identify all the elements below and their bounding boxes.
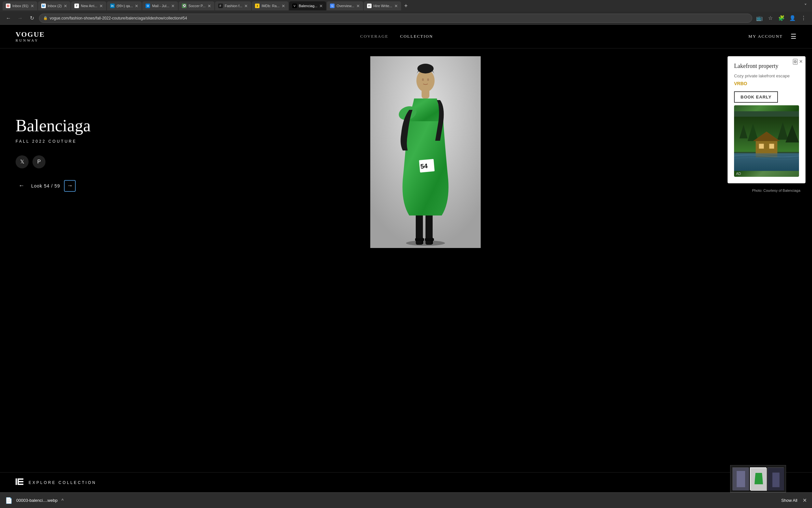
look-nav: ← Look 54 / 59 → — [15, 180, 76, 192]
thumbnail-2[interactable] — [750, 467, 766, 490]
tab-gmail2[interactable]: M Inbox (2) ✕ — [38, 1, 70, 10]
svg-rect-38 — [772, 473, 779, 487]
right-arrow-icon: → — [67, 182, 73, 189]
tab-close-li[interactable]: ✕ — [135, 4, 138, 8]
bookmark-button[interactable]: ☆ — [766, 14, 775, 23]
look-prev-button[interactable]: ← — [15, 180, 27, 192]
tab-close-overview[interactable]: ✕ — [356, 4, 360, 8]
tab-close-fashion[interactable]: ✕ — [244, 4, 248, 8]
hamburger-menu-icon[interactable]: ☰ — [791, 33, 797, 40]
tab-t[interactable]: T New Arri... ✕ — [71, 1, 106, 10]
fashion-image-container[interactable]: 54 — [370, 56, 481, 248]
svg-point-16 — [427, 78, 429, 81]
left-panel: Balenciaga FALL 2022 COUTURE 𝕏 P ← Look … — [0, 56, 130, 251]
thumbnail-3[interactable] — [767, 467, 784, 490]
url-text: vogue.com/fashion-shows/fall-2022-coutur… — [50, 16, 748, 20]
svg-rect-31 — [19, 478, 23, 480]
ad-image-svg — [734, 105, 799, 177]
screen-cast-button[interactable]: 📺 — [755, 14, 764, 23]
tab-hire[interactable]: H Hire Write... ✕ — [364, 1, 401, 10]
pinterest-icon: P — [37, 159, 41, 165]
back-button[interactable]: ← — [4, 14, 13, 23]
tab-favicon-li: in — [110, 4, 115, 8]
svg-rect-28 — [756, 149, 777, 157]
left-arrow-icon: ← — [18, 182, 25, 189]
tab-close-imdb[interactable]: ✕ — [282, 4, 285, 8]
svg-text:54: 54 — [420, 162, 428, 170]
new-tab-button[interactable]: + — [402, 1, 411, 10]
ad-image: AD — [734, 105, 799, 177]
look-counter: Look 54 / 59 — [31, 183, 60, 188]
tab-gmail1[interactable]: M Inbox (91) ✕ — [3, 1, 37, 10]
address-bar[interactable]: 🔒 vogue.com/fashion-shows/fall-2022-cout… — [39, 14, 752, 23]
svg-rect-26 — [769, 144, 774, 149]
look-next-button[interactable]: → — [64, 180, 76, 192]
tab-soccer[interactable]: ⚽ Soccer P... ✕ — [179, 1, 214, 10]
ad-brand-name: VRBO — [734, 81, 799, 86]
tab-close-vogue[interactable]: ✕ — [319, 4, 323, 8]
svg-rect-35 — [737, 471, 745, 487]
tab-close-t[interactable]: ✕ — [99, 4, 103, 8]
tab-favicon-overview: G — [330, 4, 335, 8]
svg-rect-6 — [422, 238, 423, 244]
logo-main-text: VOGUE — [15, 30, 45, 38]
svg-rect-29 — [15, 478, 17, 485]
svg-rect-30 — [17, 478, 19, 485]
tab-imdb[interactable]: I IMDb: Ra... ✕ — [252, 1, 288, 10]
twitter-icon: 𝕏 — [20, 159, 25, 165]
svg-rect-25 — [759, 144, 764, 149]
lock-icon: 🔒 — [43, 16, 48, 20]
fashion-image-bg: 54 — [370, 56, 481, 248]
explore-collection-text: EXPLORE COLLECTION — [29, 480, 96, 485]
ad-settings-icon[interactable]: ⚙ — [793, 59, 798, 65]
tab-bar-expand[interactable]: ˅ — [802, 3, 809, 9]
svg-rect-33 — [19, 483, 23, 485]
my-account-button[interactable]: MY ACCOUNT — [748, 34, 783, 39]
main-area: Balenciaga FALL 2022 COUTURE 𝕏 P ← Look … — [0, 48, 812, 472]
ad-book-button[interactable]: BOOK EARLY — [734, 91, 778, 103]
tab-label-hire: Hire Write... — [374, 4, 392, 8]
tab-label-soccer: Soccer P... — [188, 4, 205, 8]
tab-close-gmail2[interactable]: ✕ — [64, 4, 67, 8]
tab-label-overview: Overview... — [336, 4, 354, 8]
tab-outlook[interactable]: O Mail - Jul... ✕ — [142, 1, 178, 10]
model-svg: 54 — [370, 56, 481, 248]
more-button[interactable]: ⋮ — [799, 14, 808, 23]
photo-credit: Photo: Courtesy of Balenciaga — [727, 188, 806, 193]
tab-overview[interactable]: G Overview... ✕ — [327, 1, 363, 10]
tab-favicon-t: T — [75, 4, 79, 8]
tab-close-outlook[interactable]: ✕ — [171, 4, 175, 8]
tab-bar: M Inbox (91) ✕ M Inbox (2) ✕ T New Arri.… — [0, 0, 812, 12]
nav-coverage[interactable]: COVERAGE — [360, 34, 388, 39]
tab-close-hire[interactable]: ✕ — [394, 4, 398, 8]
center-image-area: 54 — [130, 56, 721, 248]
thumbnail-1[interactable] — [732, 467, 749, 490]
extensions-button[interactable]: 🧩 — [777, 14, 786, 23]
tab-label-imdb: IMDb: Ra... — [261, 4, 280, 8]
tab-close-gmail1[interactable]: ✕ — [31, 4, 34, 8]
nav-collection[interactable]: COLLECTION — [400, 34, 433, 39]
pinterest-share-button[interactable]: P — [33, 155, 45, 168]
tab-label-gmail1: Inbox (91) — [12, 4, 29, 8]
reload-button[interactable]: ↻ — [27, 14, 36, 23]
tab-label-li: (99+) qa... — [116, 4, 133, 8]
tab-favicon-imdb: I — [255, 4, 259, 8]
tab-label-outlook: Mail - Jul... — [152, 4, 169, 8]
page-content: VOGUE RUNWAY COVERAGE COLLECTION MY ACCO… — [0, 25, 812, 493]
ad-close-button[interactable]: ✕ — [799, 59, 803, 64]
svg-point-14 — [417, 64, 434, 74]
ad-card: ⚙ ✕ Lakefront property Cozy private lake… — [727, 56, 806, 183]
social-icons: 𝕏 P — [15, 155, 45, 168]
tab-fashion[interactable]: F Fashion f... ✕ — [215, 1, 251, 10]
tab-li[interactable]: in (99+) qa... ✕ — [107, 1, 142, 10]
browser-chrome: M Inbox (91) ✕ M Inbox (2) ✕ T New Arri.… — [0, 0, 812, 25]
right-panel: ⚙ ✕ Lakefront property Cozy private lake… — [721, 56, 812, 193]
explore-collection-bar[interactable]: EXPLORE COLLECTION — [0, 472, 812, 493]
forward-button[interactable]: → — [15, 14, 25, 23]
profile-button[interactable]: 👤 — [788, 14, 797, 23]
twitter-share-button[interactable]: 𝕏 — [15, 155, 29, 168]
tab-favicon-fashion: F — [218, 4, 223, 8]
tab-close-soccer[interactable]: ✕ — [207, 4, 211, 8]
logo-sub-text: RUNWAY — [15, 38, 45, 42]
tab-vogue[interactable]: V Balenciag... ✕ — [289, 1, 326, 10]
